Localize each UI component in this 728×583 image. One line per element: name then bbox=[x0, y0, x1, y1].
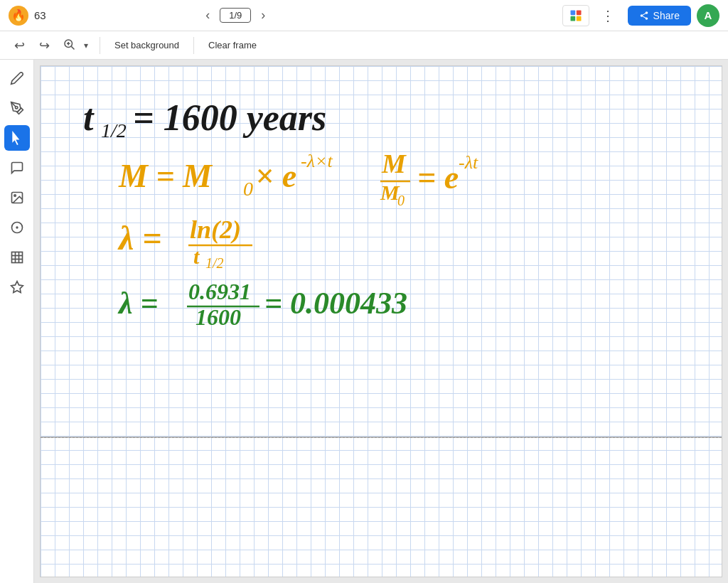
select-tool-button[interactable] bbox=[4, 125, 30, 151]
svg-text:t: t bbox=[83, 97, 95, 138]
canvas-area[interactable]: t 1/2 = 1600 years M = M 0 × e -λ×t M M … bbox=[34, 60, 728, 583]
svg-point-12 bbox=[16, 227, 18, 228]
svg-rect-0 bbox=[570, 10, 575, 15]
google-apps-button[interactable] bbox=[562, 5, 589, 26]
toolbar: ↩ ↪ ▾ Set background Clear frame bbox=[0, 31, 728, 60]
document-title: 63 bbox=[34, 9, 46, 21]
zoom-dropdown-button[interactable]: ▾ bbox=[81, 38, 91, 53]
topbar: 🔥 63 ‹ 1/9 › ⋮ Share A bbox=[0, 0, 728, 31]
svg-rect-3 bbox=[576, 16, 581, 21]
math-content: t 1/2 = 1600 years M = M 0 × e -λ×t M M … bbox=[62, 80, 560, 351]
comment-icon bbox=[10, 161, 24, 175]
shape-tool-button[interactable] bbox=[4, 215, 30, 240]
image-icon bbox=[10, 191, 24, 205]
svg-text:= 1600 years: = 1600 years bbox=[133, 97, 326, 138]
magic-tool-button[interactable] bbox=[4, 274, 30, 300]
svg-text:= 0.000433: = 0.000433 bbox=[264, 286, 407, 321]
svg-rect-2 bbox=[570, 16, 575, 21]
svg-text:M = M: M = M bbox=[118, 158, 213, 194]
svg-marker-18 bbox=[11, 282, 23, 293]
magic-icon bbox=[10, 280, 24, 294]
image-tool-button[interactable] bbox=[4, 185, 30, 210]
svg-text:= e: = e bbox=[417, 159, 459, 196]
pen-tool-button[interactable] bbox=[4, 65, 30, 91]
canvas-frame: t 1/2 = 1600 years M = M 0 × e -λ×t M M … bbox=[40, 65, 722, 577]
toolbar-divider-2 bbox=[193, 37, 194, 54]
page-navigation: ‹ 1/9 › bbox=[200, 5, 271, 26]
svg-text:0: 0 bbox=[243, 178, 253, 200]
svg-rect-1 bbox=[576, 10, 581, 15]
svg-text:1/2: 1/2 bbox=[101, 119, 127, 141]
topbar-right: ⋮ Share A bbox=[562, 4, 719, 27]
svg-text:-λ×t: -λ×t bbox=[301, 151, 333, 171]
google-icon bbox=[569, 9, 583, 23]
zoom-group: ▾ bbox=[58, 35, 91, 56]
page-indicator: 1/9 bbox=[220, 8, 251, 23]
next-page-button[interactable]: › bbox=[255, 5, 271, 26]
main-layout: t 1/2 = 1600 years M = M 0 × e -λ×t M M … bbox=[0, 60, 728, 583]
svg-text:ln(2): ln(2) bbox=[190, 215, 241, 244]
svg-text:M: M bbox=[381, 149, 407, 178]
redo-button[interactable]: ↪ bbox=[33, 35, 55, 56]
svg-text:1/2: 1/2 bbox=[205, 255, 224, 271]
svg-text:× e: × e bbox=[255, 158, 296, 194]
svg-text:λ =: λ = bbox=[117, 286, 159, 321]
more-options-button[interactable]: ⋮ bbox=[595, 4, 622, 27]
clear-frame-button[interactable]: Clear frame bbox=[203, 37, 262, 53]
svg-text:0: 0 bbox=[397, 193, 405, 208]
svg-text:1600: 1600 bbox=[196, 304, 241, 330]
left-sidebar bbox=[0, 60, 34, 583]
frame-tool-button[interactable] bbox=[4, 245, 30, 270]
comment-tool-button[interactable] bbox=[4, 155, 30, 181]
marker-icon bbox=[10, 101, 24, 115]
app-logo: 🔥 bbox=[9, 6, 28, 26]
svg-text:t: t bbox=[193, 245, 200, 268]
svg-text:-λt: -λt bbox=[459, 152, 478, 173]
svg-point-8 bbox=[15, 107, 17, 109]
select-icon bbox=[10, 131, 24, 145]
prev-page-button[interactable]: ‹ bbox=[200, 5, 215, 26]
set-background-button[interactable]: Set background bbox=[109, 37, 185, 53]
undo-button[interactable]: ↩ bbox=[9, 35, 31, 56]
marker-tool-button[interactable] bbox=[4, 95, 30, 121]
toolbar-divider bbox=[100, 37, 100, 54]
svg-line-5 bbox=[71, 46, 74, 49]
frame-icon bbox=[10, 250, 24, 264]
svg-text:λ =: λ = bbox=[117, 219, 162, 257]
pen-icon bbox=[10, 71, 24, 85]
zoom-icon bbox=[63, 38, 75, 50]
share-button[interactable]: Share bbox=[628, 6, 691, 26]
shape-icon bbox=[10, 220, 24, 235]
zoom-button[interactable] bbox=[58, 35, 80, 56]
frame-divider bbox=[41, 437, 722, 438]
user-avatar[interactable]: A bbox=[697, 4, 719, 27]
svg-text:0.6931: 0.6931 bbox=[188, 279, 251, 304]
share-icon bbox=[639, 11, 649, 21]
svg-point-10 bbox=[14, 195, 15, 197]
svg-rect-13 bbox=[11, 252, 22, 263]
